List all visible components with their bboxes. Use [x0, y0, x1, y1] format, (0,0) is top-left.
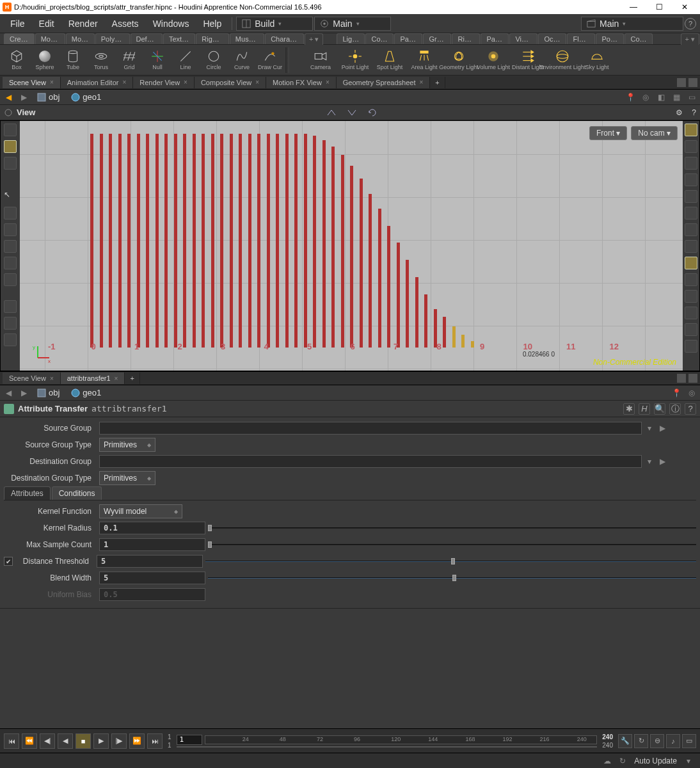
search-icon[interactable]: 🔍 [654, 403, 665, 415]
context-selector-2[interactable]: Main ▾ [581, 17, 683, 31]
shelf-camera[interactable]: Camera [303, 46, 338, 74]
shelf-add-right[interactable]: + ▾ [681, 33, 699, 45]
play-reverse[interactable]: ◀ [58, 733, 73, 749]
pin-lower-icon[interactable]: 📍 [671, 387, 682, 399]
disp-opt8[interactable] [685, 240, 697, 253]
shelf-drawcur[interactable]: Draw Cur [256, 46, 284, 74]
close-icon[interactable]: × [184, 79, 187, 86]
tool-handle5[interactable] [4, 273, 17, 286]
toggle-distance-threshold[interactable]: ✔ [4, 557, 13, 566]
path-root[interactable]: obj [33, 91, 63, 103]
shelf-geolight[interactable]: Geometry Light [441, 46, 476, 74]
tab-conditions[interactable]: Conditions [52, 486, 102, 500]
dest-group-select-icon[interactable]: ▶ [657, 456, 667, 467]
add-tab-upper[interactable]: + [430, 77, 445, 88]
timeline-range-track[interactable] [177, 746, 598, 748]
tl-audio-icon[interactable]: ♪ [666, 734, 680, 748]
play-first[interactable]: ⏮ [4, 733, 19, 749]
input-dest-group[interactable] [99, 455, 642, 468]
nav-fwd[interactable]: ▶ [18, 92, 29, 103]
shelf-tab-oceans[interactable]: Oceans [538, 33, 566, 44]
minimize-button[interactable]: — [621, 0, 646, 14]
close-icon[interactable]: × [326, 79, 330, 86]
tab-attributes[interactable]: Attributes [4, 486, 51, 500]
disp-opt5[interactable] [685, 190, 697, 203]
pane-menu-lower[interactable] [677, 374, 686, 383]
group-select-icon[interactable]: ▶ [657, 423, 667, 433]
close-icon[interactable]: × [50, 79, 54, 86]
slider-distance-threshold[interactable] [205, 557, 696, 566]
menu-file[interactable]: File [4, 16, 31, 31]
tool-snap1[interactable] [4, 300, 17, 313]
tool-view[interactable] [4, 124, 17, 136]
disp-opt6[interactable] [685, 207, 697, 220]
status-cloud-icon[interactable]: ☁ [601, 755, 613, 767]
snap-persp-icon[interactable] [325, 106, 338, 119]
disp-opt4[interactable] [685, 173, 697, 186]
path-node-lower[interactable]: geo1 [67, 387, 105, 399]
tab-render-view[interactable]: Render View× [133, 77, 195, 88]
shelf-tab-popu[interactable]: Popu... [596, 33, 624, 44]
shelf-tab-polygon[interactable]: Polygon [95, 33, 130, 44]
disp-opt10[interactable] [685, 273, 697, 286]
shelf-circle[interactable]: Circle [200, 46, 228, 74]
view-gear-icon[interactable] [4, 108, 13, 117]
disp-opt3[interactable] [685, 157, 697, 170]
pane-menu-icon[interactable] [677, 78, 686, 87]
tab-scene-view[interactable]: Scene View× [3, 372, 61, 384]
shelf-line[interactable]: Line [171, 46, 200, 74]
viewport-help[interactable]: ? [692, 108, 696, 117]
shelf-tab-muscles[interactable]: Muscles [230, 33, 264, 44]
disp-opt12[interactable] [685, 307, 697, 319]
input-kernel-radius[interactable] [99, 522, 205, 534]
shelf-pointlight[interactable]: Point Light [338, 46, 372, 74]
shelf-tube[interactable]: Tube [59, 46, 87, 74]
shelf-envlight[interactable]: Environment Light [545, 46, 580, 74]
select-source-group-type[interactable]: Primitives◆ [99, 438, 155, 452]
play-forward[interactable]: ▶ [93, 733, 109, 749]
path-root-lower[interactable]: obj [33, 387, 63, 399]
disp-opt9[interactable] [685, 257, 697, 269]
shelf-grid[interactable]: Grid [115, 46, 143, 74]
shelf-curve[interactable]: Curve [228, 46, 256, 74]
shelf-tab-cont[interactable]: Cont... [624, 33, 653, 44]
shelf-tab-grains[interactable]: Grains [423, 33, 451, 44]
slider-kernel-radius[interactable] [208, 524, 696, 532]
path-node[interactable]: geo1 [67, 91, 105, 103]
range-gend[interactable]: 240 [602, 733, 613, 740]
menu-assets[interactable]: Assets [106, 16, 145, 31]
pane-expand-lower[interactable] [688, 374, 697, 383]
tab-animation-editor[interactable]: Animation Editor× [61, 77, 134, 88]
input-blend-width[interactable] [99, 572, 205, 584]
shelf-tab-modify[interactable]: Modify [35, 33, 65, 44]
shelf-null[interactable]: Null [143, 46, 171, 74]
info-icon[interactable]: ⓘ [669, 403, 681, 415]
close-icon[interactable]: × [419, 79, 423, 86]
shelf-tab-light[interactable]: Light... [337, 33, 365, 44]
status-chevron-icon[interactable]: ▾ [683, 755, 694, 767]
shelf-sphere[interactable]: Sphere [31, 46, 59, 74]
input-distance-threshold[interactable] [97, 555, 203, 568]
link-lower-icon[interactable]: ◎ [686, 387, 697, 399]
pane-expand-icon[interactable] [688, 78, 697, 87]
menu-help[interactable]: Help [196, 16, 228, 31]
viewport-camera-front[interactable]: Front ▾ [589, 126, 627, 140]
range-end[interactable]: 240 [602, 742, 613, 749]
status-refresh-icon[interactable]: ↻ [617, 755, 628, 767]
tab-attribtransfer1[interactable]: attribtransfer1× [61, 372, 125, 384]
input-source-group[interactable] [99, 422, 642, 435]
shelf-tab-flui[interactable]: Flui... [567, 33, 595, 44]
context-selector-1[interactable]: Main ▾ [314, 17, 391, 31]
slider-blend-width[interactable] [208, 573, 696, 582]
disp-opt14[interactable] [685, 340, 697, 353]
close-icon[interactable]: × [115, 375, 118, 382]
shelf-tab-model[interactable]: Model [66, 33, 95, 44]
tool-handle3[interactable] [4, 240, 17, 253]
timeline-track[interactable]: 24487296120144168192216240 [205, 735, 598, 744]
shelf-tab-colli[interactable]: Colli... [365, 33, 394, 44]
link-icon[interactable]: ◎ [640, 92, 651, 103]
shelf-skylight[interactable]: Sky Light [580, 46, 614, 74]
viewport[interactable]: ↖ -10123456789101112 Front ▾ No cam ▾ 0.… [0, 120, 700, 371]
viewport-camera-select[interactable]: No cam ▾ [631, 126, 678, 140]
desktop-selector[interactable]: Build ▾ [236, 17, 313, 31]
